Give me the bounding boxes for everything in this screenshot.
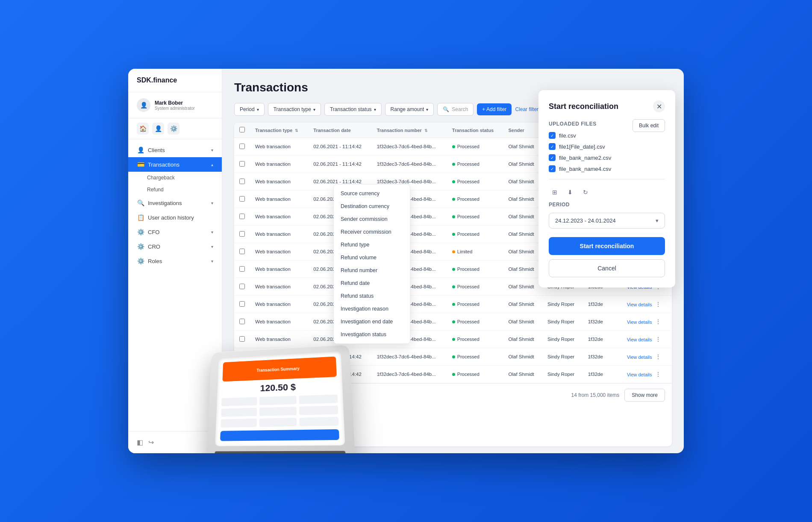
more-actions-button-9[interactable]: ⋮ (653, 299, 663, 309)
sidebar-item-cfo[interactable]: ⚙️ CFO ▾ (128, 225, 222, 239)
dropdown-item-6[interactable]: Refund number (334, 264, 410, 277)
dropdown-item-1[interactable]: Destination currency (334, 200, 410, 213)
sidebar-item-label-cfo: CFO (148, 229, 208, 235)
chevron-down-icon-4: ▾ (211, 244, 213, 249)
more-actions-button-11[interactable]: ⋮ (653, 334, 663, 344)
sidebar-item-user-action-history[interactable]: 📋 User action history (128, 210, 222, 225)
cell-type-1: Web transaction (250, 155, 308, 173)
row-checkbox-1[interactable] (239, 161, 245, 167)
sidebar-item-cro[interactable]: ⚙️ CRO ▾ (128, 239, 222, 254)
status-dot-8 (452, 285, 455, 288)
logout-icon[interactable]: ↪ (148, 438, 154, 446)
cell-type-13: Web transaction (250, 366, 308, 383)
view-details-button-11[interactable]: View details (627, 337, 652, 342)
cell-sender-8: Olaf Shmidt (503, 278, 542, 296)
cell-receiver-10: Sindy Roper (542, 313, 583, 331)
row-checkbox-4[interactable] (239, 214, 245, 219)
file-checkbox-3[interactable]: ✓ (549, 165, 556, 172)
transaction-status-filter[interactable]: Transaction status ▾ (324, 103, 382, 116)
refresh-icon[interactable]: ↻ (580, 186, 591, 198)
status-text-2: Processed (457, 179, 480, 184)
dropdown-item-3[interactable]: Receiver commission (334, 226, 410, 238)
row-checkbox-12[interactable] (239, 354, 245, 359)
cancel-button[interactable]: Cancel (549, 259, 665, 277)
dropdown-item-7[interactable]: Refund date (334, 277, 410, 290)
user-name: Mark Bober (155, 100, 195, 106)
file-checkbox-1[interactable]: ✓ (549, 143, 556, 150)
row-checkbox-2[interactable] (239, 179, 245, 184)
next-page-button[interactable]: › (309, 390, 321, 401)
dropdown-item-2[interactable]: Sender commission (334, 213, 410, 226)
transaction-type-filter[interactable]: Transaction type ▾ (268, 103, 321, 116)
dropdown-item-9[interactable]: Investigation reason (334, 302, 410, 315)
cell-number-0: 1f32dec3-7dc6-4bed-84b... (372, 138, 447, 155)
dropdown-item-4[interactable]: Refund type (334, 238, 410, 251)
more-actions-button-10[interactable]: ⋮ (653, 317, 663, 326)
prev-page-button[interactable]: ‹ (241, 390, 252, 401)
period-filter[interactable]: Period ▾ (234, 103, 265, 116)
page-2-button[interactable]: 2 (268, 390, 279, 401)
row-checkbox-13[interactable] (239, 371, 245, 377)
sidebar-item-roles[interactable]: ⚙️ Roles ▾ (128, 254, 222, 268)
dropdown-item-0[interactable]: Source currency (334, 187, 410, 200)
page-3-button[interactable]: 3 (282, 390, 293, 401)
more-actions-button-12[interactable]: ⋮ (653, 352, 663, 361)
add-filter-button[interactable]: + Add filter (477, 103, 512, 115)
dropdown-item-11[interactable]: Investigation status (334, 328, 410, 341)
row-checkbox-9[interactable] (239, 301, 245, 307)
page-4-button[interactable]: 4 (296, 390, 307, 401)
view-details-button-13[interactable]: View details (627, 372, 652, 377)
cell-date-12: 02.06.2021 - 11:14:42 (308, 348, 371, 366)
row-checkbox-10[interactable] (239, 319, 245, 324)
start-reconciliation-button[interactable]: Start reconciliation (549, 237, 665, 255)
clear-filters-button[interactable]: Clear filters (515, 106, 541, 112)
app-logo: SDK.finance (128, 69, 222, 92)
file-checkbox-2[interactable]: ✓ (549, 154, 556, 161)
row-checkbox-11[interactable] (239, 336, 245, 342)
period-chevron-icon: ▾ (257, 107, 259, 112)
sidebar-item-refund[interactable]: Refund (128, 184, 222, 196)
cell-sender-1: Olaf Shmidt (503, 155, 542, 173)
amount-chevron-icon: ▾ (426, 107, 428, 112)
cell-actions-13: View details ⋮ (622, 366, 672, 383)
select-all-checkbox[interactable] (239, 127, 245, 132)
settings-icon[interactable]: ⚙️ (168, 123, 179, 135)
chevron-up-icon: ▴ (211, 162, 213, 167)
search-box[interactable]: 🔍 Search (437, 103, 474, 116)
page-1-button[interactable]: 1 (255, 390, 266, 401)
grid-view-icon[interactable]: ⊞ (549, 186, 561, 198)
dropdown-item-8[interactable]: Refund status (334, 290, 410, 302)
close-panel-button[interactable]: ✕ (653, 100, 665, 112)
view-details-button-12[interactable]: View details (627, 355, 652, 360)
view-details-button-10[interactable]: View details (627, 320, 652, 325)
show-more-button[interactable]: Show more (624, 389, 665, 402)
cell-type-8: Web transaction (250, 278, 308, 296)
period-selector[interactable]: 24.12.2023 - 24.01.2024 ▾ (549, 213, 665, 229)
row-checkbox-6[interactable] (239, 249, 245, 254)
status-text-0: Processed (457, 144, 480, 149)
dropdown-item-5[interactable]: Refund volume (334, 251, 410, 264)
sidebar-item-chargeback[interactable]: Chargeback (128, 172, 222, 184)
collapse-icon[interactable]: ◧ (137, 438, 143, 446)
sidebar-item-investigations[interactable]: 🔍 Investigations ▾ (128, 196, 222, 210)
cell-status-11: Processed (447, 331, 503, 348)
home-icon[interactable]: 🏠 (137, 123, 149, 135)
user-icon[interactable]: 👤 (152, 123, 164, 135)
dropdown-item-10[interactable]: Investigation end date (334, 315, 410, 328)
row-checkbox-3[interactable] (239, 196, 245, 202)
view-details-button-9[interactable]: View details (627, 302, 652, 307)
row-checkbox-0[interactable] (239, 144, 245, 149)
range-amount-filter[interactable]: Range amount ▾ (385, 103, 434, 116)
file-name-2: file_bank_name2.csv (559, 155, 611, 161)
row-checkbox-8[interactable] (239, 284, 245, 289)
row-checkbox-5[interactable] (239, 231, 245, 237)
row-checkbox-7[interactable] (239, 266, 245, 272)
cell-status-10: Processed (447, 313, 503, 331)
download-icon[interactable]: ⬇ (564, 186, 576, 198)
more-actions-button-13[interactable]: ⋮ (653, 370, 663, 379)
sidebar-item-transactions[interactable]: 💳 Transactions ▴ (128, 157, 222, 172)
sidebar-item-clients[interactable]: 👤 Clients ▾ (128, 143, 222, 157)
bulk-edit-button[interactable]: Bulk edit (633, 119, 665, 132)
cell-number-1: 1f32dec3-7dc6-4bed-84b... (372, 155, 447, 173)
file-checkbox-0[interactable]: ✓ (549, 132, 556, 139)
